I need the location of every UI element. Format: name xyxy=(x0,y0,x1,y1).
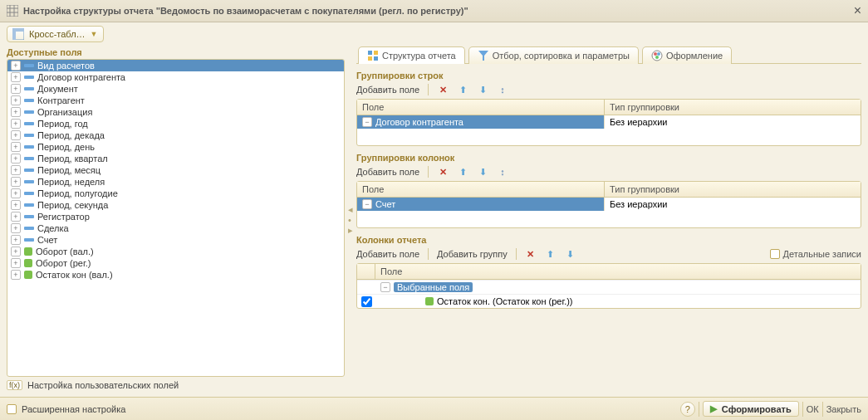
expand-icon[interactable]: + xyxy=(11,84,21,94)
field-item[interactable]: +Организация xyxy=(7,106,344,118)
expand-icon[interactable]: + xyxy=(11,142,21,152)
measure-icon xyxy=(24,259,32,267)
col-swap-icon[interactable]: ↕ xyxy=(497,166,508,178)
col-delete-icon[interactable]: ✕ xyxy=(437,166,449,178)
field-item[interactable]: +Период, квартал xyxy=(7,153,344,164)
col-move-down-icon[interactable]: ⬇ xyxy=(477,166,488,178)
field-label: Договор контрагента xyxy=(37,72,125,82)
crosstab-dropdown[interactable]: Кросс-табл… ▼ xyxy=(7,26,104,42)
tab[interactable]: Отбор, сортировка и параметры xyxy=(468,46,639,64)
expand-icon[interactable]: + xyxy=(11,130,21,140)
report-grid-header-check xyxy=(357,264,375,279)
detail-records-label: Детальные записи xyxy=(783,249,861,259)
row-swap-icon[interactable]: ↕ xyxy=(497,84,508,95)
row-add-field-link[interactable]: Добавить поле xyxy=(356,85,419,95)
report-delete-icon[interactable]: ✕ xyxy=(525,248,537,260)
expand-icon[interactable]: + xyxy=(11,223,21,233)
dimension-icon xyxy=(24,157,34,160)
field-item[interactable]: +Период, декада xyxy=(7,129,344,141)
expand-icon[interactable]: + xyxy=(11,177,21,187)
report-row-group[interactable]: −Выбранные поля xyxy=(357,280,861,294)
field-item[interactable]: +Остаток кон (вал.) xyxy=(7,269,344,281)
tab[interactable]: Структура отчета xyxy=(358,46,465,64)
field-label: Вид расчетов xyxy=(37,61,95,71)
col-move-up-icon[interactable]: ⬆ xyxy=(457,166,468,178)
expand-icon[interactable]: + xyxy=(11,200,21,210)
row-groups-grid[interactable]: Поле Тип группировки − Договор контраген… xyxy=(356,99,861,146)
help-icon[interactable]: ? xyxy=(680,402,695,417)
expand-icon[interactable]: + xyxy=(11,212,21,222)
col-groups-grid[interactable]: Поле Тип группировки − СчетБез иерархии xyxy=(356,181,861,228)
field-label: Регистратор xyxy=(37,212,90,222)
field-item[interactable]: +Период, год xyxy=(7,118,344,129)
extended-checkbox[interactable] xyxy=(7,404,17,414)
expand-icon[interactable]: + xyxy=(11,95,21,105)
row-move-up-icon[interactable]: ⬆ xyxy=(457,84,468,95)
expand-icon[interactable]: + xyxy=(11,235,21,245)
collapse-icon[interactable]: − xyxy=(380,282,390,292)
dimension-icon xyxy=(24,203,34,207)
expand-icon[interactable]: + xyxy=(11,72,21,82)
col-groups-heading: Группировки колонок xyxy=(356,151,861,164)
expand-icon[interactable]: + xyxy=(11,61,21,71)
field-item[interactable]: +Период, секунда xyxy=(7,199,344,211)
row-groups-heading: Группировки строк xyxy=(356,69,861,82)
field-item[interactable]: +Регистратор xyxy=(7,211,344,222)
row-grid-header-type: Тип группировки xyxy=(605,100,861,115)
user-fields-link[interactable]: f(x) Настройка пользовательских полей xyxy=(7,377,345,393)
report-add-field-link[interactable]: Добавить поле xyxy=(356,249,419,259)
close-button[interactable]: Закрыть xyxy=(826,404,861,414)
field-item[interactable]: +Счет xyxy=(7,234,344,246)
collapse-icon[interactable]: − xyxy=(362,117,372,127)
footer: Расширенная настройка ? ▶Сформировать ОК… xyxy=(0,397,868,420)
svg-point-14 xyxy=(654,52,657,56)
form-button[interactable]: ▶Сформировать xyxy=(703,401,799,417)
expand-icon[interactable]: + xyxy=(11,247,21,256)
grid-row[interactable]: − СчетБез иерархии xyxy=(357,198,861,211)
expand-icon[interactable]: + xyxy=(11,165,21,175)
field-item[interactable]: +Оборот (рег.) xyxy=(7,257,344,269)
report-cols-grid[interactable]: Поле −Выбранные поля Остаток кон. (Остат… xyxy=(356,263,861,309)
expand-icon[interactable]: + xyxy=(11,154,21,164)
report-add-group-link[interactable]: Добавить группу xyxy=(437,249,508,259)
report-item-label: Остаток кон. (Остаток кон (рег.)) xyxy=(437,296,573,306)
field-item[interactable]: +Период, день xyxy=(7,141,344,153)
expand-icon[interactable]: + xyxy=(11,119,21,129)
row-move-down-icon[interactable]: ⬇ xyxy=(477,84,488,95)
field-label: Период, квартал xyxy=(37,154,108,164)
col-grid-header-field: Поле xyxy=(357,182,605,197)
expand-icon[interactable]: + xyxy=(11,258,21,268)
dimension-icon xyxy=(24,180,34,183)
field-item[interactable]: +Вид расчетов xyxy=(7,60,344,71)
detail-records[interactable]: Детальные записи xyxy=(770,249,861,259)
field-item[interactable]: +Период, месяц xyxy=(7,164,344,176)
field-label: Контрагент xyxy=(37,95,85,105)
col-add-field-link[interactable]: Добавить поле xyxy=(356,167,419,177)
report-move-up-icon[interactable]: ⬆ xyxy=(545,248,557,260)
report-move-down-icon[interactable]: ⬇ xyxy=(565,248,576,260)
report-selected-group-label: Выбранные поля xyxy=(394,282,473,292)
grid-row[interactable]: − Договор контрагентаБез иерархии xyxy=(357,115,861,129)
ok-button[interactable]: ОК xyxy=(807,404,819,414)
tab[interactable]: Оформление xyxy=(642,46,732,64)
report-item-checkbox[interactable] xyxy=(361,296,372,307)
report-row-item[interactable]: Остаток кон. (Остаток кон (рег.)) xyxy=(357,294,861,308)
expand-icon[interactable]: + xyxy=(11,107,21,117)
field-item[interactable]: +Сделка xyxy=(7,222,344,234)
row-delete-icon[interactable]: ✕ xyxy=(437,84,449,95)
field-item[interactable]: +Период, полугодие xyxy=(7,188,344,199)
collapse-icon[interactable]: − xyxy=(362,199,372,209)
field-item[interactable]: +Документ xyxy=(7,83,344,95)
field-item[interactable]: +Период, неделя xyxy=(7,176,344,188)
close-icon[interactable]: × xyxy=(854,3,861,18)
field-item[interactable]: +Договор контрагента xyxy=(7,71,344,83)
field-item[interactable]: +Контрагент xyxy=(7,95,344,106)
splitter[interactable]: ◂•▸ xyxy=(348,46,353,393)
expand-icon[interactable]: + xyxy=(11,188,21,198)
detail-records-checkbox[interactable] xyxy=(770,249,780,259)
field-item[interactable]: +Оборот (вал.) xyxy=(7,246,344,257)
expand-icon[interactable]: + xyxy=(11,270,21,280)
available-fields-list[interactable]: +Вид расчетов+Договор контрагента+Докуме… xyxy=(7,59,345,377)
measure-icon xyxy=(425,297,434,305)
svg-marker-12 xyxy=(478,51,488,61)
